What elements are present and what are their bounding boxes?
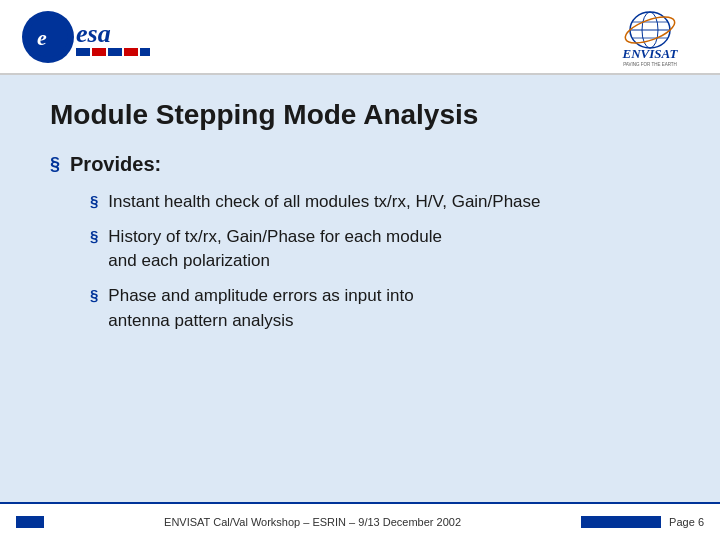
- envisat-logo: ENVISAT PAVING FOR THE EARTH: [600, 8, 700, 66]
- svg-text:PAVING FOR THE EARTH: PAVING FOR THE EARTH: [623, 62, 677, 66]
- esa-logo-svg: e esa: [20, 8, 150, 66]
- header: e esa: [0, 0, 720, 75]
- sub-bullets: § Instant health check of all modules tx…: [70, 190, 670, 343]
- bullet-marker-2b: §: [90, 227, 98, 244]
- bullet-item-3: § Phase and amplitude errors as input in…: [70, 284, 670, 333]
- slide-title: Module Stepping Mode Analysis: [50, 99, 670, 131]
- bullet-text-3-line1: Phase and amplitude errors as input into: [108, 286, 413, 305]
- bullet-marker-1: §: [50, 154, 60, 175]
- bullet-item-2: § History of tx/rx, Gain/Phase for each …: [70, 225, 670, 274]
- svg-rect-7: [124, 48, 138, 56]
- footer-right-bar: [581, 516, 661, 528]
- bullet-item-1: § Instant health check of all modules tx…: [70, 190, 670, 215]
- footer: ENVISAT Cal/Val Workshop – ESRIN – 9/13 …: [0, 502, 720, 540]
- svg-rect-5: [92, 48, 106, 56]
- bullet-marker-2c: §: [90, 286, 98, 303]
- svg-text:e: e: [37, 25, 47, 50]
- bullet-text-3: Phase and amplitude errors as input into…: [108, 284, 413, 333]
- envisat-logo-svg: ENVISAT PAVING FOR THE EARTH: [600, 8, 700, 66]
- bullet-text-3-line2: antenna pattern analysis: [108, 311, 293, 330]
- page-number: 6: [698, 516, 704, 528]
- svg-rect-6: [108, 48, 122, 56]
- footer-text: ENVISAT Cal/Val Workshop – ESRIN – 9/13 …: [44, 516, 581, 528]
- slide: e esa: [0, 0, 720, 540]
- svg-rect-8: [140, 48, 150, 56]
- provides-label: Provides:: [70, 153, 161, 176]
- svg-point-1: [28, 17, 68, 57]
- bullet-text-2: History of tx/rx, Gain/Phase for each mo…: [108, 225, 442, 274]
- footer-left-bar: [16, 516, 44, 528]
- bullet-marker-2a: §: [90, 192, 98, 209]
- bullet-text-2-line1: History of tx/rx, Gain/Phase for each mo…: [108, 227, 442, 246]
- svg-text:esa: esa: [76, 19, 111, 48]
- footer-right-group: Page 6: [581, 516, 704, 528]
- svg-text:ENVISAT: ENVISAT: [622, 46, 679, 61]
- main-content: Module Stepping Mode Analysis § Provides…: [0, 75, 720, 502]
- esa-logo: e esa: [20, 8, 150, 66]
- bullet-text-2-line2: and each polarization: [108, 251, 270, 270]
- bullet-text-1: Instant health check of all modules tx/r…: [108, 190, 540, 215]
- footer-page: Page 6: [669, 516, 704, 528]
- page-label: Page: [669, 516, 695, 528]
- provides-bullet: § Provides:: [50, 153, 670, 176]
- svg-rect-4: [76, 48, 90, 56]
